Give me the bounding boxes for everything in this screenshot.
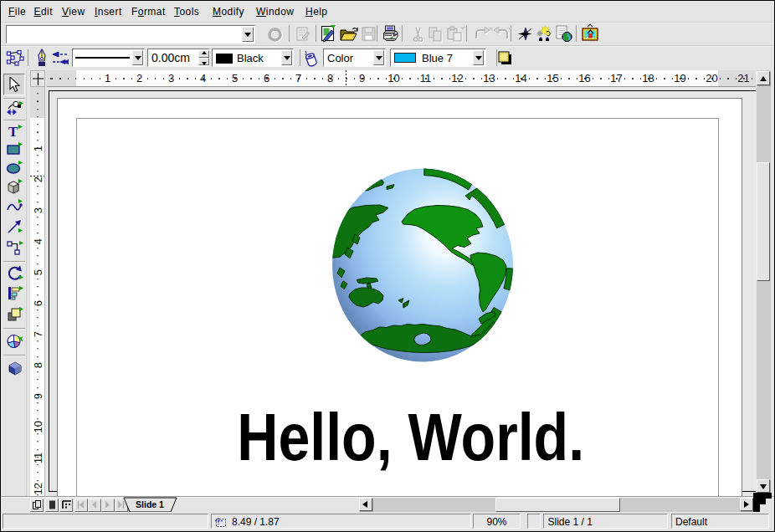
svg-text:Slide 1: Slide 1 (136, 499, 164, 509)
svg-text:T: T (8, 124, 18, 140)
